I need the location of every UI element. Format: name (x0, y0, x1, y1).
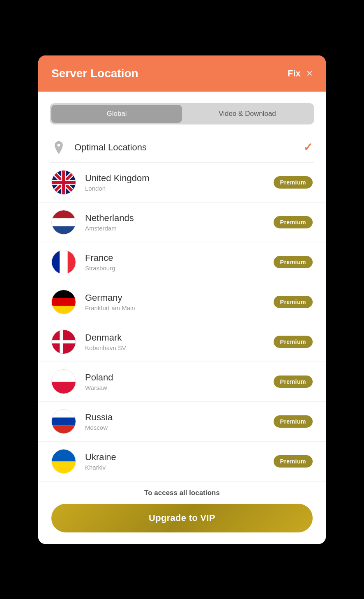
country-name: Russia (85, 412, 265, 423)
svg-rect-8 (52, 210, 76, 218)
flag-dk (51, 329, 76, 354)
tab-global[interactable]: Global (51, 105, 182, 123)
country-name: United Kingdom (85, 173, 265, 184)
premium-badge: Premium (274, 415, 313, 428)
country-name: Germany (85, 293, 265, 303)
flag-ua (51, 449, 76, 474)
footer: To access all locations Upgrade to VIP (38, 481, 326, 544)
tab-bar: Global Video & Download (50, 103, 314, 124)
city-name: Frankfurt am Main (85, 304, 265, 311)
table-row[interactable]: Germany Frankfurt am Main Premium (38, 282, 326, 322)
premium-badge: Premium (274, 216, 313, 228)
svg-rect-6 (52, 181, 76, 184)
premium-badge: Premium (274, 256, 313, 268)
premium-badge: Premium (274, 455, 313, 468)
header-actions: Fix × (288, 67, 313, 80)
svg-rect-28 (52, 417, 76, 425)
table-row[interactable]: Ukraine Kharkiv Premium (38, 442, 326, 481)
flag-uk (51, 170, 76, 195)
country-name: France (85, 253, 265, 263)
svg-rect-14 (68, 250, 76, 274)
city-name: Strasbourg (85, 265, 265, 272)
country-name: Netherlands (85, 213, 265, 223)
table-row[interactable]: Denmark Kobenhavn SV Premium (38, 322, 326, 362)
flag-fr (51, 250, 76, 274)
access-text: To access all locations (51, 489, 313, 497)
pin-icon (51, 140, 66, 155)
location-list: Optimal Locations ✓ (38, 129, 326, 481)
country-info: Russia Moscow (85, 412, 265, 431)
city-name: Moscow (85, 424, 265, 431)
country-name: Ukraine (85, 452, 265, 463)
premium-badge: Premium (274, 296, 313, 308)
svg-rect-32 (52, 461, 76, 473)
country-name: Denmark (85, 332, 265, 343)
optimal-locations-row[interactable]: Optimal Locations ✓ (38, 133, 326, 162)
country-info: Poland Warsaw (85, 372, 265, 391)
city-name: London (85, 185, 265, 192)
svg-rect-18 (52, 306, 76, 313)
svg-rect-9 (52, 218, 76, 226)
premium-badge: Premium (274, 336, 313, 348)
country-info: Germany Frankfurt am Main (85, 293, 265, 311)
header-title: Server Location (51, 67, 138, 80)
svg-rect-12 (52, 250, 60, 274)
flag-pl (51, 369, 76, 394)
optimal-label: Optimal Locations (74, 142, 295, 153)
country-info: United Kingdom London (85, 173, 265, 192)
close-icon[interactable]: × (306, 67, 313, 80)
svg-rect-17 (52, 298, 76, 306)
flag-nl (51, 210, 76, 235)
app-container: Server Location Fix × Global Video & Dow… (38, 55, 326, 544)
premium-badge: Premium (274, 176, 313, 189)
svg-point-0 (58, 143, 60, 146)
city-name: Amsterdam (85, 225, 265, 232)
premium-badge: Premium (274, 376, 313, 388)
tab-video-download[interactable]: Video & Download (182, 105, 313, 123)
table-row[interactable]: Poland Warsaw Premium (38, 362, 326, 402)
svg-rect-13 (60, 250, 67, 274)
svg-rect-29 (52, 425, 76, 433)
svg-rect-16 (52, 290, 76, 298)
svg-rect-27 (52, 410, 76, 417)
country-info: Denmark Kobenhavn SV (85, 332, 265, 351)
country-info: Netherlands Amsterdam (85, 213, 265, 232)
svg-rect-22 (52, 340, 76, 343)
svg-rect-10 (52, 226, 76, 234)
flag-de (51, 290, 76, 314)
country-info: Ukraine Kharkiv (85, 452, 265, 471)
table-row[interactable]: United Kingdom London Premium (38, 163, 326, 203)
svg-rect-25 (52, 382, 76, 394)
svg-rect-24 (52, 370, 76, 382)
table-row[interactable]: France Strasbourg Premium (38, 242, 326, 282)
table-row[interactable]: Netherlands Amsterdam Premium (38, 203, 326, 242)
selected-checkmark: ✓ (303, 141, 313, 154)
flag-ru (51, 409, 76, 434)
header: Server Location Fix × (38, 55, 326, 92)
svg-rect-31 (52, 449, 76, 461)
city-name: Kharkiv (85, 464, 265, 471)
upgrade-vip-button[interactable]: Upgrade to VIP (51, 504, 313, 532)
country-info: France Strasbourg (85, 253, 265, 272)
city-name: Warsaw (85, 384, 265, 391)
city-name: Kobenhavn SV (85, 344, 265, 351)
country-name: Poland (85, 372, 265, 383)
table-row[interactable]: Russia Moscow Premium (38, 402, 326, 442)
fix-label[interactable]: Fix (288, 68, 301, 79)
